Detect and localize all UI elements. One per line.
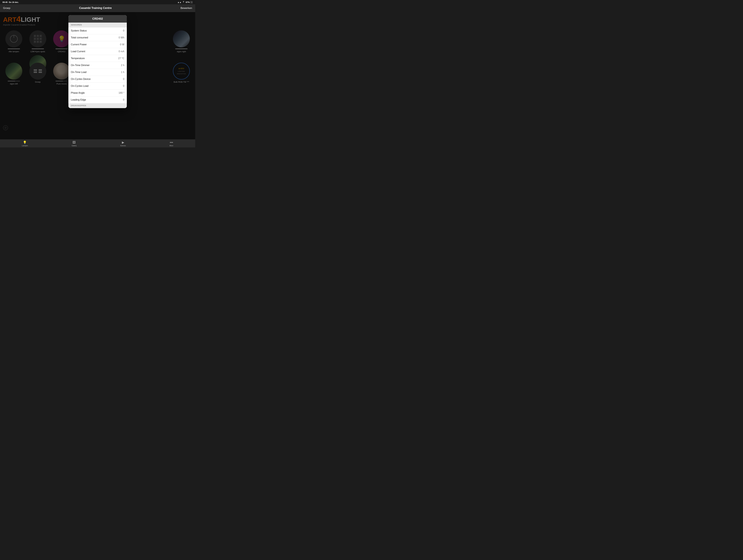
sensor-value: 0 bbox=[123, 78, 124, 81]
tab-label: Galerij bbox=[72, 145, 77, 146]
sensor-row: Temperature 27 °C bbox=[69, 55, 127, 62]
sensor-value: 0 bbox=[123, 85, 124, 87]
modal-section-buttons: DRUKKNOPPEN bbox=[69, 103, 127, 108]
sensor-row: On-Cycles Device 0 bbox=[69, 76, 127, 83]
wifi-icon bbox=[182, 1, 185, 3]
nav-edit-button[interactable]: Bewerken bbox=[180, 7, 192, 10]
sensor-label: Total consumed bbox=[71, 36, 88, 39]
more-icon: ••• bbox=[170, 141, 173, 144]
sensor-value: 0 mA bbox=[119, 50, 124, 53]
sensor-label: Phase Angle bbox=[71, 92, 85, 94]
modal-overlay[interactable]: CRD402 SENSOREN System Status 0 Total co… bbox=[0, 12, 195, 139]
sensor-value: 0 Wh bbox=[119, 36, 124, 39]
sensor-label: Load Current bbox=[71, 50, 85, 53]
nav-bar: Groep Casambi Training Centre Bewerken bbox=[0, 4, 195, 12]
main-content: ART4LIGHT Importer Casambi Enabled Produ… bbox=[0, 12, 195, 139]
status-time: 09:45 bbox=[2, 1, 7, 3]
gallery-icon: 🖼 bbox=[73, 141, 76, 144]
lamp-icon: 💡 bbox=[23, 141, 27, 144]
sensor-row: On-Time Dimmer 2 h bbox=[69, 62, 127, 69]
modal-section-sensors: SENSOREN bbox=[69, 22, 127, 27]
sensor-row: Phase Angle 180 ° bbox=[69, 90, 127, 96]
sensor-label: Temperature bbox=[71, 57, 85, 60]
sensor-row: Leading Edge 0 bbox=[69, 96, 127, 103]
sensor-label: Current Power bbox=[71, 43, 87, 46]
sensor-row: Total consumed 0 Wh bbox=[69, 34, 127, 41]
sensor-value: 1 h bbox=[121, 71, 124, 74]
sensor-label: On-Time Load bbox=[71, 71, 87, 74]
modal-title: CRD402 bbox=[92, 17, 103, 20]
sensor-label: On-Cycles Device bbox=[71, 78, 91, 81]
sensor-label: System Status bbox=[71, 29, 87, 32]
sensor-row: System Status 0 bbox=[69, 27, 127, 34]
sensor-value: 180 ° bbox=[119, 92, 124, 94]
sensor-row: Load Current 0 mA bbox=[69, 48, 127, 55]
nav-title: Casambi Training Centre bbox=[79, 6, 112, 10]
tab-galerij[interactable]: 🖼 Galerij bbox=[72, 141, 77, 146]
sensor-row: On-Cycles Load 0 bbox=[69, 83, 127, 90]
tab-lampen[interactable]: 💡 Lampen bbox=[22, 141, 28, 146]
status-bar: 09:45 Do 16 dec. ▲▲ 87% ⬛ bbox=[0, 0, 195, 4]
sensor-label: Leading Edge bbox=[71, 98, 86, 101]
signal-icon: ▲▲ bbox=[178, 1, 181, 3]
sensor-label: On-Cycles Load bbox=[71, 85, 89, 87]
tab-scenes[interactable]: ▶ Scènes bbox=[120, 141, 126, 146]
sensor-value: 2 h bbox=[121, 64, 124, 67]
sensor-value: 0 W bbox=[120, 43, 124, 46]
sensor-value: 0 bbox=[123, 29, 124, 32]
nav-back-button[interactable]: Groep bbox=[3, 7, 10, 10]
sensor-rows-container: System Status 0 Total consumed 0 Wh Curr… bbox=[69, 27, 127, 103]
sensor-value: 0 bbox=[123, 98, 124, 101]
tab-label: Lampen bbox=[22, 145, 28, 146]
tab-label: Scènes bbox=[120, 145, 126, 146]
status-date: Do 16 dec. bbox=[9, 1, 19, 3]
tab-meer[interactable]: ••• Meer bbox=[170, 141, 173, 146]
modal-header: CRD402 bbox=[69, 15, 127, 22]
sensor-row: On-Time Load 1 h bbox=[69, 69, 127, 76]
sensor-row: Current Power 0 W bbox=[69, 41, 127, 48]
scenes-icon: ▶ bbox=[122, 141, 124, 144]
sensor-value: 27 °C bbox=[118, 57, 124, 60]
modal-crd402: CRD402 SENSOREN System Status 0 Total co… bbox=[69, 15, 127, 108]
sensor-label: On-Time Dimmer bbox=[71, 64, 90, 67]
battery-indicator: 87% ⬛ bbox=[186, 1, 193, 3]
tab-bar: 💡 Lampen 🖼 Galerij ▶ Scènes ••• Meer bbox=[0, 139, 195, 147]
tab-label: Meer bbox=[170, 145, 173, 146]
